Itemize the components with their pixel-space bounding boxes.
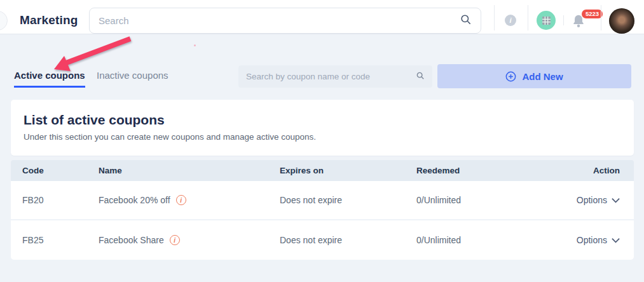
search-icon	[416, 71, 425, 83]
section-intro-card: List of active coupons Under this sectio…	[11, 100, 634, 156]
coupon-name: Facebook 20% off	[99, 195, 170, 205]
divider	[494, 5, 495, 30]
top-header-bar: Marketing i 5223	[0, 0, 644, 34]
divider	[528, 5, 528, 30]
coupon-redeemed: 0/Unlimited	[416, 195, 551, 205]
tab-inactive-coupons[interactable]: Inactive coupons	[97, 70, 168, 81]
table-header-row: Code Name Expires on Reedemed Action	[11, 160, 634, 181]
add-new-button[interactable]: Add New	[437, 64, 631, 88]
coupon-search[interactable]	[238, 65, 432, 88]
apps-grid-icon[interactable]	[537, 11, 556, 30]
column-header-redeemed: Reedemed	[416, 166, 551, 175]
annotation-artifact-dot	[194, 44, 196, 46]
column-header-name: Name	[99, 166, 280, 175]
info-icon[interactable]: i	[505, 15, 516, 26]
options-dropdown[interactable]: Options	[551, 235, 634, 245]
table-row: FB20 Facebook 20% off i Does not expire …	[11, 181, 634, 220]
coupons-table: Code Name Expires on Reedemed Action FB2…	[11, 160, 634, 260]
options-label: Options	[577, 235, 607, 245]
global-search[interactable]	[89, 8, 481, 34]
chevron-down-icon	[612, 198, 620, 203]
coupon-redeemed: 0/Unlimited	[416, 235, 551, 245]
coupon-code: FB20	[11, 195, 99, 205]
tab-active-coupons[interactable]: Active coupons	[14, 70, 85, 88]
section-subtitle: Under this section you can create new co…	[24, 132, 621, 142]
notification-count-badge[interactable]: 5223	[582, 10, 603, 18]
options-label: Options	[577, 195, 607, 205]
divider	[563, 15, 564, 25]
table-row: FB25 Facebook Share i Does not expire 0/…	[11, 220, 634, 260]
user-avatar[interactable]	[609, 8, 634, 34]
search-icon	[460, 13, 472, 28]
page-title: Marketing	[20, 13, 78, 27]
divider	[601, 5, 601, 30]
info-icon[interactable]: i	[176, 195, 186, 205]
info-icon[interactable]: i	[170, 235, 180, 245]
column-header-expires: Expires on	[280, 166, 416, 175]
coupon-search-input[interactable]	[246, 72, 416, 81]
chevron-down-icon	[612, 238, 620, 243]
coupon-expires: Does not expire	[280, 235, 416, 245]
add-new-label: Add New	[522, 71, 563, 82]
column-header-action: Action	[551, 166, 634, 175]
coupon-name: Facebook Share	[99, 235, 164, 245]
column-header-code: Code	[11, 166, 99, 175]
section-title: List of active coupons	[24, 112, 621, 128]
coupon-code: FB25	[11, 235, 99, 245]
coupon-expires: Does not expire	[280, 195, 416, 205]
global-search-input[interactable]	[99, 15, 460, 26]
options-dropdown[interactable]: Options	[551, 195, 634, 205]
sidebar-toggle-partial[interactable]	[0, 11, 8, 30]
plus-circle-icon	[505, 71, 516, 82]
